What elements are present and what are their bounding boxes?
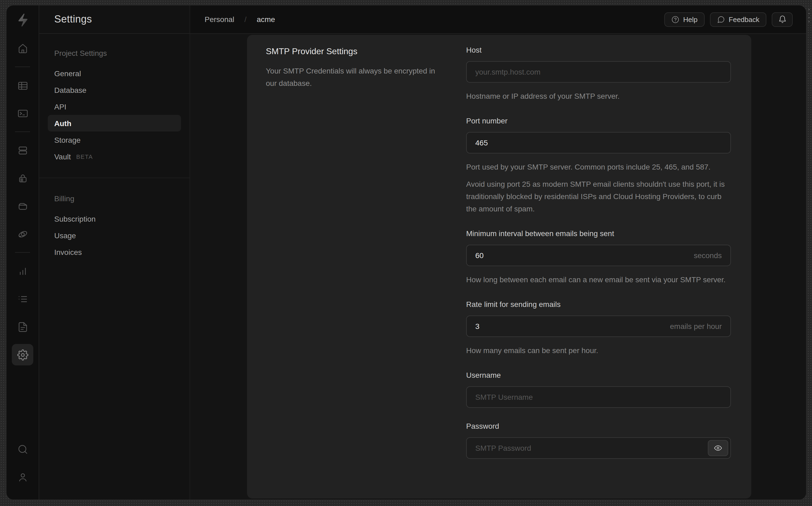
smtp-form: Host Hostname or IP address of your SMTP… — [466, 46, 731, 499]
nav-storage[interactable] — [12, 195, 33, 217]
minimum-interval-label: Minimum interval between emails being se… — [466, 229, 731, 238]
topbar-actions: Help Feedback — [664, 12, 793, 26]
gear-icon — [17, 349, 28, 360]
menu-item-general[interactable]: General — [48, 65, 181, 82]
host-input[interactable] — [467, 62, 730, 82]
breadcrumb-project[interactable]: acme — [257, 15, 275, 24]
settings-menu: Project Settings General Database API Au… — [39, 34, 190, 273]
port-help-warning: Avoid using port 25 as modern SMTP email… — [466, 178, 731, 215]
eye-icon — [714, 444, 722, 452]
minimum-interval-help: How long between each email can a new em… — [466, 274, 731, 286]
nav-authentication[interactable] — [12, 167, 33, 189]
menu-item-storage[interactable]: Storage — [48, 132, 181, 148]
reveal-password-button[interactable] — [708, 440, 728, 456]
menu-item-invoices[interactable]: Invoices — [48, 244, 181, 260]
password-label: Password — [466, 422, 731, 430]
search-icon — [17, 443, 28, 455]
minimum-interval-unit: seconds — [694, 251, 730, 260]
help-button[interactable]: Help — [664, 12, 705, 26]
host-input-wrap — [466, 61, 731, 83]
lock-icon — [17, 172, 28, 184]
menu-item-subscription[interactable]: Subscription — [48, 210, 181, 227]
port-input-wrap — [466, 132, 731, 154]
menu-section-project-settings: Project Settings — [54, 49, 174, 58]
beta-badge: BETA — [76, 153, 93, 160]
main-column: Personal / acme Help Fe — [190, 5, 806, 500]
user-icon — [17, 472, 28, 483]
sidebar-header: Settings — [39, 5, 190, 34]
breadcrumb-separator: / — [244, 15, 246, 24]
nav-docs[interactable] — [12, 316, 33, 338]
field-rate-limit: Rate limit for sending emails emails per… — [466, 300, 731, 357]
list-icon — [17, 293, 28, 305]
rail-divider — [15, 67, 30, 67]
nav-reports[interactable] — [12, 260, 33, 282]
breadcrumb-org[interactable]: Personal — [205, 15, 234, 24]
orbit-icon — [17, 228, 28, 240]
rate-limit-input-wrap: emails per hour — [466, 316, 731, 337]
desktop-background: Settings Project Settings General Databa… — [0, 0, 812, 506]
menu-item-vault[interactable]: Vault BETA — [48, 148, 181, 165]
feedback-button[interactable]: Feedback — [710, 12, 766, 26]
nav-logs[interactable] — [12, 288, 33, 310]
nav-project-settings[interactable] — [12, 344, 33, 365]
window-edge-dots — [808, 7, 810, 23]
menu-section-billing: Billing — [54, 194, 174, 203]
bell-icon — [778, 15, 787, 24]
port-label: Port number — [466, 116, 731, 125]
settings-sidebar: Settings Project Settings General Databa… — [39, 5, 190, 500]
nav-sql-editor[interactable] — [12, 102, 33, 124]
smtp-settings-panel: SMTP Provider Settings Your SMTP Credent… — [247, 35, 751, 499]
minimum-interval-input-wrap: seconds — [466, 245, 731, 266]
menu-divider — [39, 178, 190, 178]
menu-item-api[interactable]: API — [48, 98, 181, 115]
port-help: Port used by your SMTP server. Common po… — [466, 161, 731, 173]
nav-database[interactable] — [12, 140, 33, 161]
panel-description: Your SMTP Credentials will always be enc… — [266, 65, 446, 89]
bar-chart-icon — [17, 265, 28, 277]
minimum-interval-input[interactable] — [467, 245, 694, 266]
nav-search[interactable] — [12, 438, 33, 460]
nav-table-editor[interactable] — [12, 75, 33, 96]
host-label: Host — [466, 46, 731, 54]
content-area: SMTP Provider Settings Your SMTP Credent… — [190, 34, 806, 500]
menu-item-database[interactable]: Database — [48, 82, 181, 98]
notifications-button[interactable] — [772, 12, 793, 26]
rail-divider — [15, 132, 30, 132]
rate-limit-help: How many emails can be sent per hour. — [466, 344, 731, 357]
speech-bubble-icon — [717, 15, 725, 23]
field-password: Password — [466, 422, 731, 459]
rate-limit-unit: emails per hour — [670, 322, 730, 331]
field-port: Port number Port used by your SMTP serve… — [466, 116, 731, 215]
username-input-wrap — [466, 386, 731, 408]
terminal-icon — [17, 107, 28, 119]
page-title: Settings — [54, 13, 92, 25]
breadcrumb: Personal / acme — [205, 15, 275, 24]
menu-item-usage[interactable]: Usage — [48, 227, 181, 244]
icon-rail — [6, 5, 39, 500]
field-username: Username — [466, 371, 731, 408]
field-host: Host Hostname or IP address of your SMTP… — [466, 46, 731, 102]
help-circle-icon — [671, 15, 679, 23]
panel-title: SMTP Provider Settings — [266, 46, 446, 57]
nav-home[interactable] — [12, 37, 33, 59]
rate-limit-input[interactable] — [467, 316, 670, 336]
menu-item-auth[interactable]: Auth — [48, 115, 181, 132]
rail-divider — [15, 252, 30, 253]
nav-profile[interactable] — [12, 466, 33, 488]
home-icon — [17, 43, 28, 54]
file-text-icon — [17, 321, 28, 332]
table-icon — [17, 80, 28, 91]
database-icon — [17, 145, 28, 156]
storage-folder-icon — [17, 200, 28, 212]
nav-edge-functions[interactable] — [12, 223, 33, 245]
password-input[interactable] — [467, 438, 708, 458]
topbar: Personal / acme Help Fe — [190, 5, 806, 34]
port-input[interactable] — [467, 133, 730, 153]
panel-intro: SMTP Provider Settings Your SMTP Credent… — [266, 46, 446, 499]
password-input-wrap — [466, 437, 731, 459]
rate-limit-label: Rate limit for sending emails — [466, 300, 731, 309]
username-input[interactable] — [467, 387, 730, 407]
host-help: Hostname or IP address of your SMTP serv… — [466, 90, 731, 102]
supabase-logo-icon[interactable] — [16, 13, 29, 27]
